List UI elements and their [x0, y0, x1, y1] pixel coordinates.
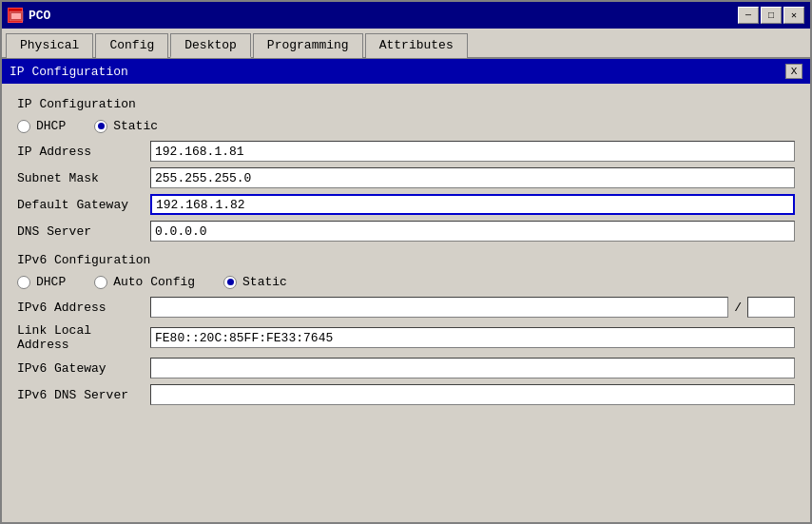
ipv6-dhcp-radio[interactable]: [17, 276, 30, 289]
ipv6-dns-row: IPv6 DNS Server: [17, 384, 795, 405]
ipv6-dns-label: IPv6 DNS Server: [17, 388, 150, 402]
default-gateway-input[interactable]: [150, 194, 795, 215]
ip-dhcp-label: DHCP: [36, 119, 66, 133]
ipv6-auto-config-radio[interactable]: [94, 276, 107, 289]
tabs-bar: Physical Config Desktop Programming Attr…: [2, 29, 810, 59]
tab-programming[interactable]: Programming: [253, 33, 363, 58]
dns-server-label: DNS Server: [17, 224, 150, 239]
ipv6-address-label: IPv6 Address: [17, 301, 150, 315]
content-area: IP Configuration X IP Configuration DHCP…: [2, 59, 810, 522]
link-local-row: Link Local Address: [17, 323, 795, 352]
ipv6-static-radio[interactable]: [223, 276, 237, 289]
ipv6-address-input[interactable]: [150, 297, 728, 318]
app-icon: [8, 8, 23, 23]
ip-config-close-button[interactable]: X: [785, 64, 802, 79]
link-local-label: Link Local Address: [17, 323, 150, 352]
ip-address-label: IP Address: [17, 145, 150, 159]
tab-config[interactable]: Config: [95, 33, 168, 58]
ipv6-auto-config-label: Auto Config: [113, 275, 195, 289]
default-gateway-row: Default Gateway: [17, 194, 795, 215]
link-local-input[interactable]: [150, 327, 795, 348]
ip-radio-row: DHCP Static: [17, 119, 795, 133]
ip-config-header: IP Configuration X: [2, 59, 810, 84]
tab-attributes[interactable]: Attributes: [365, 33, 468, 58]
dns-server-row: DNS Server: [17, 221, 795, 242]
ip-address-row: IP Address: [17, 141, 795, 162]
window-title: PCO: [29, 9, 738, 23]
tab-desktop[interactable]: Desktop: [170, 33, 251, 58]
ip-static-label: Static: [113, 119, 158, 133]
ipv6-gateway-input[interactable]: [150, 358, 795, 378]
ipv6-address-row: IPv6 Address /: [17, 297, 795, 318]
ipv6-dhcp-label: DHCP: [36, 275, 66, 289]
ipv6-address-inputs: /: [150, 297, 795, 318]
ipv6-gateway-row: IPv6 Gateway: [17, 358, 795, 378]
ip-config-header-title: IP Configuration: [10, 65, 128, 79]
ip-address-input[interactable]: [150, 141, 795, 162]
form-area: IP Configuration DHCP Static IP Address: [2, 84, 810, 418]
ip-dhcp-option[interactable]: DHCP: [17, 119, 66, 133]
ip-section-title: IP Configuration: [17, 97, 795, 111]
ip-static-option[interactable]: Static: [94, 119, 158, 133]
ipv6-dhcp-option[interactable]: DHCP: [17, 275, 66, 289]
ipv6-prefix-input[interactable]: [747, 297, 795, 318]
svg-rect-1: [11, 13, 21, 19]
ip-static-radio[interactable]: [94, 120, 107, 133]
ipv6-dns-input[interactable]: [150, 384, 795, 405]
subnet-mask-label: Subnet Mask: [17, 171, 150, 185]
ipv6-slash: /: [734, 301, 742, 315]
dns-server-input[interactable]: [150, 221, 795, 242]
ipv6-static-label: Static: [242, 275, 287, 289]
title-bar: PCO ─ □ ✕: [2, 2, 810, 29]
ip-dhcp-radio[interactable]: [17, 120, 30, 133]
default-gateway-label: Default Gateway: [17, 198, 150, 212]
tab-physical[interactable]: Physical: [6, 33, 93, 58]
main-window: PCO ─ □ ✕ Physical Config Desktop Progra…: [0, 0, 812, 524]
window-controls: ─ □ ✕: [738, 7, 804, 24]
ipv6-static-option[interactable]: Static: [223, 275, 287, 289]
ipv6-radio-row: DHCP Auto Config Static: [17, 275, 795, 289]
ipv6-auto-config-option[interactable]: Auto Config: [94, 275, 195, 289]
ipv6-gateway-label: IPv6 Gateway: [17, 361, 150, 376]
close-button[interactable]: ✕: [783, 7, 804, 24]
ipv6-section-title: IPv6 Configuration: [17, 253, 795, 267]
minimize-button[interactable]: ─: [738, 7, 759, 24]
subnet-mask-input[interactable]: [150, 167, 795, 188]
maximize-button[interactable]: □: [761, 7, 782, 24]
subnet-mask-row: Subnet Mask: [17, 167, 795, 188]
